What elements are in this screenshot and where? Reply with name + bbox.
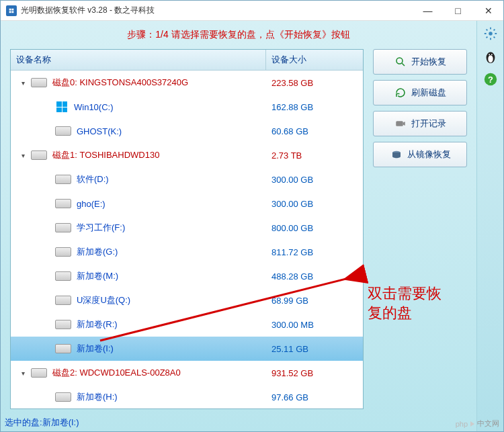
penguin-icon[interactable] [482,48,499,65]
window-controls: — □ ✕ [413,1,503,20]
volume-size: 300.00 GB [266,175,363,185]
volume-row[interactable]: 新加卷(M:)488.28 GB [11,264,363,288]
device-panel: 设备名称 设备大小 ▾磁盘0: KINGSTONSA400S37240G223.… [10,49,364,409]
col-size[interactable]: 设备大小 [266,50,363,70]
chevron-down-icon[interactable]: ▾ [17,79,28,87]
volume-icon [55,126,71,136]
svg-point-7 [488,55,493,62]
disk-icon [31,150,47,160]
volume-label: 新加卷(H:) [77,391,118,403]
volume-label: U深度U盘(Q:) [77,294,130,306]
volume-icon [55,271,71,281]
right-sidebar: ? [476,21,503,431]
minimize-button[interactable]: — [413,1,443,20]
fromimage-button[interactable]: 从镜像恢复 [373,142,467,167]
volume-icon [55,320,71,329]
volume-size: 488.28 GB [266,271,363,282]
app-window: 光明数据恢复软件 v3.28 - 数之寻科技 — □ ✕ 步骤：1/4 请选择需… [0,0,504,432]
refresh-button[interactable]: 刷新磁盘 [373,80,467,105]
button-panel: 开始恢复 刷新磁盘 打开记录 从镜像恢复 [373,49,467,409]
disk-icon [31,78,47,87]
volume-label: 新加卷(M:) [77,270,118,282]
volume-row[interactable]: 新加卷(R:)300.00 MB [11,312,363,337]
disk-label: 磁盘2: WDCWD10EALS-00Z8A0 [52,367,181,379]
volume-size: 60.68 GB [266,126,363,136]
help-icon[interactable]: ? [482,71,499,88]
volume-icon [55,247,71,257]
disk-icon [31,368,47,378]
volume-row[interactable]: Win10(C:)162.88 GB [11,95,363,119]
disk-label: 磁盘1: TOSHIBAHDWD130 [52,149,159,161]
volume-row[interactable]: 新加卷(H:)97.66 GB [11,385,363,408]
watermark: php中文网 [456,419,499,429]
volume-row[interactable]: GHOST(K:)60.68 GB [11,119,363,143]
volume-size: 300.00 GB [266,199,363,209]
window-title: 光明数据恢复软件 v3.28 - 数之寻科技 [21,5,413,16]
volume-size: 811.72 GB [266,247,363,257]
volume-row[interactable]: U深度U盘(Q:)68.99 GB [11,288,363,312]
volume-label: 新加卷(R:) [77,318,118,331]
svg-point-8 [489,54,490,55]
device-tree[interactable]: ▾磁盘0: KINGSTONSA400S37240G223.58 GBWin10… [11,71,363,408]
status-prefix: 选中的盘: [5,417,42,427]
svg-rect-2 [396,121,403,126]
chevron-down-icon[interactable]: ▾ [17,370,28,377]
volume-size: 25.11 GB [266,344,363,354]
volume-icon [55,296,71,305]
svg-line-1 [402,63,405,66]
volume-size: 300.00 MB [266,320,363,330]
start-label: 开始恢复 [411,56,446,68]
svg-point-5 [489,32,493,36]
disk-row[interactable]: ▾磁盘0: KINGSTONSA400S37240G223.58 GB [11,71,363,95]
volume-size: 162.88 GB [266,102,363,112]
chevron-down-icon[interactable]: ▾ [17,152,28,159]
volume-label: 学习工作(F:) [77,222,125,234]
openlog-label: 打开记录 [411,118,446,130]
status-value: 新加卷(I:) [42,417,79,427]
disk-label: 磁盘0: KINGSTONSA400S37240G [52,77,188,89]
windows-icon [56,101,67,112]
step-banner: 步骤：1/4 请选择需要恢复的盘，点《开始恢复》按钮 [1,21,476,49]
fromimage-label: 从镜像恢复 [407,148,451,161]
volume-icon [55,392,71,402]
volume-icon [55,223,71,232]
volume-icon [55,175,71,184]
volume-row[interactable]: 新加卷(G:)811.72 GB [11,240,363,264]
maximize-button[interactable]: □ [443,1,473,20]
disk-size: 2.73 TB [266,150,363,161]
volume-size: 800.00 GB [266,223,363,233]
volume-icon [55,344,71,353]
openlog-button[interactable]: 打开记录 [373,111,467,136]
volume-label: gho(E:) [77,199,106,209]
device-header: 设备名称 设备大小 [11,50,363,71]
volume-label: 新加卷(G:) [77,246,118,258]
disk-size: 931.52 GB [266,368,363,378]
disk-size: 223.58 GB [266,78,363,88]
volume-size: 68.99 GB [266,296,363,306]
volume-icon [55,199,71,208]
start-recover-button[interactable]: 开始恢复 [373,49,467,75]
volume-size: 97.66 GB [266,392,363,402]
volume-label: 软件(D:) [77,173,109,185]
disk-row[interactable]: ▾磁盘1: TOSHIBAHDWD1302.73 TB [11,143,363,167]
volume-row[interactable]: gho(E:)300.00 GB [11,191,363,216]
volume-row[interactable]: 新加卷(I:)25.11 GB [11,337,363,361]
disk-row[interactable]: ▾磁盘2: WDCWD10EALS-00Z8A0931.52 GB [11,361,363,385]
close-button[interactable]: ✕ [473,1,503,20]
col-name[interactable]: 设备名称 [11,50,266,70]
refresh-label: 刷新磁盘 [411,87,446,99]
app-icon [6,5,17,16]
volume-row[interactable]: 软件(D:)300.00 GB [11,167,363,191]
svg-point-0 [396,58,403,64]
svg-point-9 [491,54,492,55]
camera-icon [394,117,407,130]
refresh-icon [394,86,407,99]
volume-row[interactable]: 学习工作(F:)800.00 GB [11,216,363,240]
search-icon [394,55,407,69]
titlebar: 光明数据恢复软件 v3.28 - 数之寻科技 — □ ✕ [1,1,503,21]
volume-label: GHOST(K:) [77,126,122,136]
hdd-icon [390,148,403,161]
client-area: 步骤：1/4 请选择需要恢复的盘，点《开始恢复》按钮 设备名称 设备大小 ▾磁盘… [1,21,476,431]
gear-icon[interactable] [482,25,499,42]
volume-label: 新加卷(I:) [77,343,114,355]
